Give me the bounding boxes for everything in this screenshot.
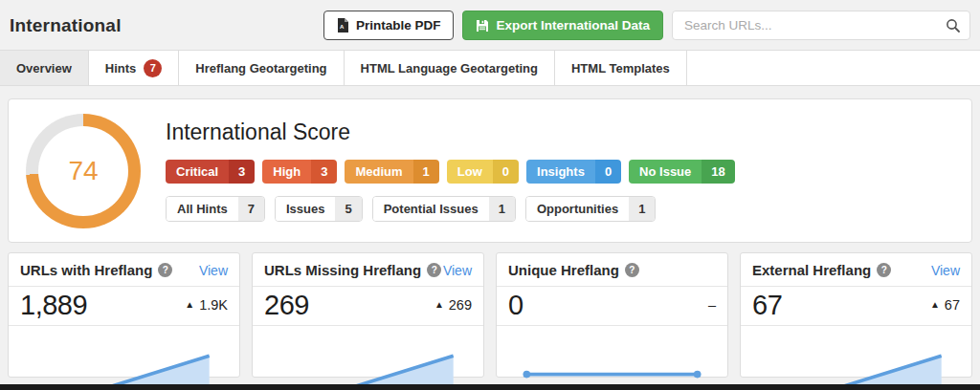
card-value-row: 0 – <box>497 287 727 326</box>
card-header: URLs Missing Hreflang ? View <box>253 253 483 287</box>
badge-critical-label: Critical <box>166 160 229 184</box>
score-donut-chart: 74 <box>26 114 141 228</box>
score-donut-hole: 74 <box>38 126 128 216</box>
question-mark-icon[interactable]: ? <box>625 263 639 277</box>
filter-all-hints[interactable]: All Hints 7 <box>166 196 265 222</box>
badge-medium-count: 1 <box>413 160 439 184</box>
tab-hints[interactable]: Hints 7 <box>89 51 180 85</box>
view-link[interactable]: View <box>931 263 960 278</box>
hints-count-badge: 7 <box>144 59 162 77</box>
badge-insights-count: 0 <box>595 160 621 184</box>
card-value-row: 1,889 ▲ 1.9K <box>9 287 239 326</box>
delta-value: 67 <box>945 297 960 313</box>
filter-issues[interactable]: Issues 5 <box>275 196 363 222</box>
tab-html-templates[interactable]: HTML Templates <box>555 51 687 85</box>
question-mark-icon[interactable]: ? <box>877 263 891 277</box>
filter-issues-count: 5 <box>335 197 361 221</box>
sparkline-chart <box>9 326 239 390</box>
international-score-panel: 74 International Score Critical 3 High 3… <box>8 98 972 243</box>
filter-opportunities-count: 1 <box>629 197 655 221</box>
printable-pdf-button[interactable]: A Printable PDF <box>323 11 455 40</box>
badge-high[interactable]: High 3 <box>262 160 337 184</box>
delta-value: – <box>708 297 716 313</box>
tab-hreflang-geotargeting[interactable]: Hreflang Geotargeting <box>179 51 344 85</box>
delta-indicator: – <box>703 297 716 313</box>
view-link[interactable]: View <box>199 263 228 278</box>
badge-insights[interactable]: Insights 0 <box>526 160 621 184</box>
question-mark-icon[interactable]: ? <box>158 263 172 277</box>
view-link[interactable]: View <box>443 263 472 278</box>
badge-medium-label: Medium <box>345 160 412 184</box>
tab-hreflang-geotargeting-label: Hreflang Geotargeting <box>195 61 326 76</box>
card-external-hreflang: External Hreflang ? View 67 ▲ 67 <box>740 252 972 378</box>
card-value: 0 <box>508 290 523 321</box>
badge-no-issue-label: No Issue <box>629 160 702 184</box>
card-value-row: 67 ▲ 67 <box>741 287 971 326</box>
sparkline-svg <box>497 326 727 390</box>
score-value: 74 <box>68 156 98 186</box>
delta-indicator: ▲ 67 <box>930 297 960 313</box>
score-content: International Score Critical 3 High 3 Me… <box>141 119 952 222</box>
tab-html-language-geotargeting-label: HTML Language Geotargeting <box>361 61 538 76</box>
sparkline-svg <box>9 326 239 390</box>
pdf-file-icon: A <box>337 18 349 32</box>
card-title: URLs with Hreflang <box>20 262 152 278</box>
search-input[interactable] <box>684 18 946 32</box>
tab-html-language-geotargeting[interactable]: HTML Language Geotargeting <box>345 51 555 85</box>
sparkline-chart <box>497 326 727 390</box>
svg-text:A: A <box>340 24 345 30</box>
badge-high-label: High <box>262 160 311 184</box>
severity-badge-row: Critical 3 High 3 Medium 1 Low 0 Insight… <box>166 160 952 184</box>
metric-cards-row: URLs with Hreflang ? View 1,889 ▲ 1.9K U… <box>8 252 972 378</box>
card-title: URLs Missing Hreflang <box>264 262 421 278</box>
card-value-row: 269 ▲ 269 <box>253 287 483 326</box>
delta-indicator: ▲ 1.9K <box>185 297 228 313</box>
page-title: International <box>10 15 122 36</box>
badge-low-count: 0 <box>493 160 519 184</box>
tab-overview-label: Overview <box>16 61 72 76</box>
badge-high-count: 3 <box>311 160 337 184</box>
sparkline-svg <box>253 326 483 390</box>
card-value: 269 <box>264 290 309 321</box>
tab-hints-label: Hints <box>105 61 137 76</box>
filter-opportunities[interactable]: Opportunities 1 <box>525 196 656 222</box>
question-mark-icon[interactable]: ? <box>427 263 441 277</box>
delta-indicator: ▲ 269 <box>434 297 472 313</box>
filter-potential-issues-count: 1 <box>489 197 515 221</box>
filter-opportunities-label: Opportunities <box>526 197 629 221</box>
tab-bar: Overview Hints 7 Hreflang Geotargeting H… <box>0 50 980 86</box>
badge-low[interactable]: Low 0 <box>447 160 519 184</box>
sparkline-chart <box>741 326 971 390</box>
card-title: External Hreflang <box>752 262 871 278</box>
card-title: Unique Hreflang <box>508 262 619 278</box>
sparkline-svg <box>741 326 971 390</box>
badge-insights-label: Insights <box>526 160 595 184</box>
badge-no-issue[interactable]: No Issue 18 <box>629 160 735 184</box>
triangle-up-icon: ▲ <box>930 300 940 310</box>
card-header: Unique Hreflang ? <box>497 253 727 287</box>
badge-critical[interactable]: Critical 3 <box>166 160 255 184</box>
search-icon[interactable] <box>946 18 961 33</box>
filter-potential-issues[interactable]: Potential Issues 1 <box>372 196 516 222</box>
delta-value: 1.9K <box>199 297 228 313</box>
export-international-data-button[interactable]: Export International Data <box>462 11 663 40</box>
window-bottom-edge <box>0 384 980 390</box>
card-value: 1,889 <box>20 290 87 321</box>
badge-no-issue-count: 18 <box>702 160 734 184</box>
search-box <box>672 11 970 40</box>
filter-potential-issues-label: Potential Issues <box>373 197 489 221</box>
badge-medium[interactable]: Medium 1 <box>345 160 438 184</box>
tab-overview[interactable]: Overview <box>0 51 89 85</box>
tab-bar-filler <box>687 51 980 85</box>
score-panel-title: International Score <box>166 119 952 145</box>
card-header: External Hreflang ? View <box>741 253 971 287</box>
save-icon <box>476 19 489 32</box>
badge-critical-count: 3 <box>229 160 255 184</box>
triangle-up-icon: ▲ <box>434 300 444 310</box>
delta-value: 269 <box>449 297 472 313</box>
printable-pdf-label: Printable PDF <box>356 18 441 32</box>
card-value: 67 <box>752 290 782 321</box>
card-header: URLs with Hreflang ? View <box>9 253 239 287</box>
filter-all-hints-count: 7 <box>238 197 264 221</box>
filter-all-hints-label: All Hints <box>167 197 238 221</box>
